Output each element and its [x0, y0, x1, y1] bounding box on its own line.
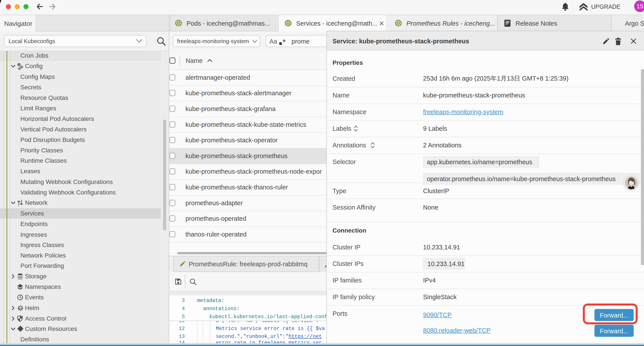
- svg-text:HELM: HELM: [18, 308, 22, 310]
